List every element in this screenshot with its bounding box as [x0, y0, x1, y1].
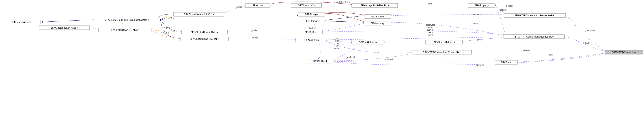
svg-text:_callback: _callback [346, 56, 356, 59]
node-SFAClusterHeap_A[interactable]: SFAClusterHeap< Alloc > [39, 26, 90, 30]
node-SFXAnsiString[interactable]: SFXAnsiString [296, 38, 326, 42]
node-label: SFAHeap< Alloc > [11, 21, 31, 23]
svg-text:proxy: proxy [334, 42, 339, 44]
svg-text:url: url [336, 44, 338, 47]
node-SFXMemory[interactable]: SFXMemory [364, 21, 391, 25]
node-SFXArray_V[interactable]: SFXArray< V > [291, 3, 322, 7]
node-label: SFXMemory [370, 22, 384, 25]
svg-text:header: header [506, 5, 514, 7]
node-label: SFXHTTPConnection::ResponseRec [514, 14, 555, 17]
svg-text:buffer: buffer [309, 27, 315, 29]
svg-text:callback: callback [385, 58, 394, 61]
node-label: SFXHTTPConnection [612, 51, 636, 54]
svg-text:_context: _context [522, 49, 530, 52]
node-ResponseRec[interactable]: SFXHTTPConnection::ResponseRec [504, 13, 566, 17]
svg-text:writer: writer [472, 22, 478, 25]
svg-text:value: value [334, 47, 340, 49]
svg-text:_timer: _timer [546, 54, 553, 56]
svg-text:_callback: _callback [475, 64, 484, 66]
svg-text:_buffer: _buffer [251, 29, 258, 32]
svg-text:key: key [335, 40, 339, 42]
node-label: SFXSource [371, 15, 384, 18]
node-SFXHTTP[interactable]: SFXHTTPConnection [605, 50, 643, 54]
node-label: SFAClusterHeap< Alloc > [50, 26, 78, 29]
node-label: SFAClusterHeap< T, Alloc > [110, 29, 140, 31]
svg-text:_buffer: _buffer [235, 6, 242, 8]
node-SFXArray_N[interactable]: SFXArray< NodeRecPtr > [352, 3, 398, 7]
node-label: SFXProperty [475, 4, 489, 7]
node-label: SFAClusterHeap< SFDDebugAllocator > [105, 18, 149, 21]
node-label: SFXClusterHeap< UInt32 > [184, 13, 214, 16]
node-SFXSource[interactable]: SFXSource [364, 14, 391, 18]
node-label: SFXBuffer [305, 31, 316, 34]
svg-text:header: header [500, 9, 507, 11]
node-label: SFXHTTPConnection::RequestRec [515, 35, 554, 38]
node-SFXInetAddress[interactable]: SFXInetAddress [352, 40, 384, 44]
svg-text:_node: _node [426, 2, 432, 5]
svg-text:_host: _host [334, 37, 339, 40]
node-label: SFXClusterHeap< AChar > [190, 38, 219, 40]
node-SFXClusterHeap_U[interactable]: SFXClusterHeap< UInt32 > [174, 12, 224, 16]
node-SFXClusterHeap_C[interactable]: SFXClusterHeap< AChar > [180, 37, 228, 41]
node-label: SFXSocketAddress [434, 41, 455, 44]
node-SFAHeap[interactable]: SFAHeap< Alloc > [1, 20, 40, 24]
node-ContextRec[interactable]: SFXHTTPConnection::ContextRec [412, 50, 472, 54]
svg-text:reader: reader [473, 13, 479, 16]
svg-text:< AChar >: < AChar > [161, 31, 171, 34]
node-label: SFXStorage [305, 20, 318, 22]
svg-text:user: user [428, 31, 433, 34]
svg-text:method: method [427, 26, 434, 29]
svg-text:_response: _response [584, 29, 595, 32]
node-SFXStorage[interactable]: SFXStorage [298, 19, 325, 23]
node-SFXCallback[interactable]: SFXCallback [307, 59, 334, 63]
node-label: SFXArray< V > [298, 4, 315, 7]
node-SFXClusterHeap_B[interactable]: SFXClusterHeap< Byte > [182, 30, 227, 34]
node-RequestRec[interactable]: SFXHTTPConnection::RequestRec [504, 35, 564, 39]
node-label: SFXHTTPConnection::ContextRec [423, 51, 461, 54]
node-label: SFAArray [252, 4, 263, 7]
svg-text:< UInt32 >: < UInt32 > [164, 17, 174, 19]
svg-text:password: password [426, 24, 435, 26]
collaboration-diagram: SFAHeap< Alloc >SFAClusterHeap< Alloc >S… [0, 0, 644, 132]
svg-text:_callback: _callback [334, 20, 344, 23]
svg-text:< NodeRecPtr >: < NodeRecPtr > [334, 1, 350, 3]
node-SFAClusterHeap_D[interactable]: SFAClusterHeap< SFDDebugAllocator > [94, 18, 160, 22]
node-SFXTimer[interactable]: SFXTimer [495, 60, 518, 64]
node-SFXProperty[interactable]: SFXProperty [468, 3, 495, 7]
node-SFXSocketAddress[interactable]: SFXSocketAddress [426, 40, 462, 44]
node-SFAClusterHeap_T[interactable]: SFAClusterHeap< T, Alloc > [98, 28, 151, 32]
node-SFAArray[interactable]: SFAArray [245, 3, 270, 7]
node-label: SFAStorage [305, 13, 318, 16]
svg-text:< Byte >: < Byte > [164, 27, 172, 29]
node-label: SFXClusterHeap< Byte > [190, 31, 218, 34]
svg-text:_string: _string [251, 36, 258, 39]
node-label: SFXAnsiString [303, 39, 319, 41]
node-label: SFXInetAddress [359, 41, 377, 44]
node-label: SFXCallback [313, 60, 328, 63]
svg-text:_request: _request [581, 42, 590, 44]
svg-text:agent: agent [428, 34, 434, 36]
svg-text:baseurl: baseurl [427, 29, 434, 31]
node-SFXBuffer[interactable]: SFXBuffer [298, 30, 322, 34]
svg-text:proxy: proxy [477, 38, 482, 41]
node-label: SFXArray< NodeRecPtr > [360, 4, 389, 7]
node-label: SFXTimer [501, 61, 512, 64]
node-SFAStorage[interactable]: SFAStorage [298, 12, 325, 16]
